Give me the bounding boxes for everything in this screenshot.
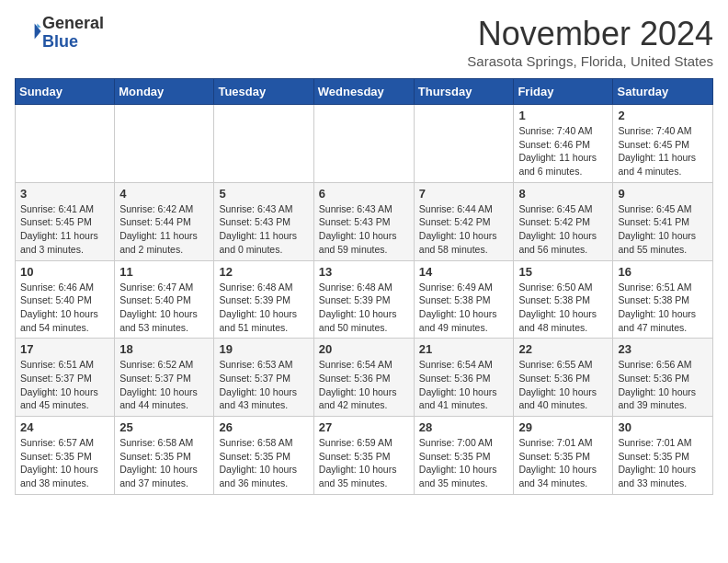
day-number: 17 <box>20 342 109 356</box>
day-info: Sunrise: 6:43 AM Sunset: 5:43 PM Dayligh… <box>319 202 409 257</box>
day-number: 16 <box>618 265 708 279</box>
weekday-header: Wednesday <box>313 79 414 105</box>
calendar-cell: 29Sunrise: 7:01 AM Sunset: 5:35 PM Dayli… <box>514 417 613 495</box>
day-info: Sunrise: 6:51 AM Sunset: 5:38 PM Dayligh… <box>618 281 708 335</box>
logo-text: General Blue <box>42 15 104 52</box>
calendar-cell: 2Sunrise: 7:40 AM Sunset: 6:45 PM Daylig… <box>613 105 713 183</box>
day-number: 23 <box>618 342 708 356</box>
logo: General Blue <box>15 15 104 52</box>
weekday-header: Tuesday <box>214 79 313 105</box>
calendar-cell: 28Sunrise: 7:00 AM Sunset: 5:35 PM Dayli… <box>414 417 514 495</box>
day-number: 24 <box>20 420 109 434</box>
day-number: 8 <box>518 187 608 201</box>
day-number: 5 <box>219 187 308 201</box>
day-number: 9 <box>618 187 708 201</box>
day-number: 2 <box>618 109 708 122</box>
calendar-header-row: SundayMondayTuesdayWednesdayThursdayFrid… <box>16 79 713 105</box>
day-info: Sunrise: 7:01 AM Sunset: 5:35 PM Dayligh… <box>618 436 708 490</box>
day-info: Sunrise: 6:43 AM Sunset: 5:43 PM Dayligh… <box>219 202 308 257</box>
calendar-cell: 9Sunrise: 6:45 AM Sunset: 5:41 PM Daylig… <box>613 182 713 260</box>
calendar-cell <box>115 105 214 183</box>
calendar-cell: 18Sunrise: 6:52 AM Sunset: 5:37 PM Dayli… <box>115 339 214 417</box>
day-info: Sunrise: 6:51 AM Sunset: 5:37 PM Dayligh… <box>20 358 109 412</box>
day-number: 12 <box>219 265 308 279</box>
day-number: 11 <box>119 265 209 279</box>
day-info: Sunrise: 6:55 AM Sunset: 5:36 PM Dayligh… <box>518 358 608 412</box>
day-info: Sunrise: 6:42 AM Sunset: 5:44 PM Dayligh… <box>119 202 209 257</box>
calendar-cell: 6Sunrise: 6:43 AM Sunset: 5:43 PM Daylig… <box>313 182 414 260</box>
day-info: Sunrise: 7:00 AM Sunset: 5:35 PM Dayligh… <box>419 436 509 490</box>
day-info: Sunrise: 6:54 AM Sunset: 5:36 PM Dayligh… <box>419 358 509 412</box>
calendar-cell: 10Sunrise: 6:46 AM Sunset: 5:40 PM Dayli… <box>16 260 115 339</box>
day-info: Sunrise: 6:58 AM Sunset: 5:35 PM Dayligh… <box>219 436 308 490</box>
calendar-cell: 11Sunrise: 6:47 AM Sunset: 5:40 PM Dayli… <box>115 260 214 339</box>
day-number: 1 <box>518 109 608 122</box>
calendar-table: SundayMondayTuesdayWednesdayThursdayFrid… <box>15 78 713 495</box>
calendar-cell <box>16 105 115 183</box>
day-info: Sunrise: 6:48 AM Sunset: 5:39 PM Dayligh… <box>219 281 308 335</box>
day-number: 3 <box>20 187 109 201</box>
day-info: Sunrise: 7:40 AM Sunset: 6:46 PM Dayligh… <box>518 124 608 178</box>
day-number: 26 <box>219 420 308 434</box>
location-title: Sarasota Springs, Florida, United States <box>467 53 713 69</box>
calendar-week-row: 10Sunrise: 6:46 AM Sunset: 5:40 PM Dayli… <box>16 260 713 339</box>
calendar-week-row: 24Sunrise: 6:57 AM Sunset: 5:35 PM Dayli… <box>16 417 713 495</box>
day-number: 18 <box>119 342 209 356</box>
day-info: Sunrise: 6:56 AM Sunset: 5:36 PM Dayligh… <box>618 358 708 412</box>
calendar-cell: 16Sunrise: 6:51 AM Sunset: 5:38 PM Dayli… <box>613 260 713 339</box>
calendar-cell: 8Sunrise: 6:45 AM Sunset: 5:42 PM Daylig… <box>514 182 613 260</box>
day-info: Sunrise: 6:58 AM Sunset: 5:35 PM Dayligh… <box>119 436 209 490</box>
day-number: 29 <box>518 420 608 434</box>
page-header: General Blue November 2024 Sarasota Spri… <box>15 15 713 69</box>
day-info: Sunrise: 6:52 AM Sunset: 5:37 PM Dayligh… <box>119 358 209 412</box>
calendar-cell: 4Sunrise: 6:42 AM Sunset: 5:44 PM Daylig… <box>115 182 214 260</box>
day-info: Sunrise: 7:40 AM Sunset: 6:45 PM Dayligh… <box>618 124 708 178</box>
day-number: 19 <box>219 342 308 356</box>
day-info: Sunrise: 6:54 AM Sunset: 5:36 PM Dayligh… <box>319 358 409 412</box>
calendar-cell <box>313 105 414 183</box>
calendar-cell: 30Sunrise: 7:01 AM Sunset: 5:35 PM Dayli… <box>613 417 713 495</box>
calendar-cell: 20Sunrise: 6:54 AM Sunset: 5:36 PM Dayli… <box>313 339 414 417</box>
day-info: Sunrise: 6:59 AM Sunset: 5:35 PM Dayligh… <box>319 436 409 490</box>
weekday-header: Friday <box>514 79 613 105</box>
day-number: 28 <box>419 420 509 434</box>
calendar-cell: 3Sunrise: 6:41 AM Sunset: 5:45 PM Daylig… <box>16 182 115 260</box>
calendar-cell: 12Sunrise: 6:48 AM Sunset: 5:39 PM Dayli… <box>214 260 313 339</box>
day-number: 4 <box>119 187 209 201</box>
day-info: Sunrise: 6:45 AM Sunset: 5:42 PM Dayligh… <box>518 202 608 257</box>
day-info: Sunrise: 6:48 AM Sunset: 5:39 PM Dayligh… <box>319 281 409 335</box>
weekday-header: Sunday <box>16 79 115 105</box>
day-number: 30 <box>618 420 708 434</box>
calendar-cell: 13Sunrise: 6:48 AM Sunset: 5:39 PM Dayli… <box>313 260 414 339</box>
weekday-header: Monday <box>115 79 214 105</box>
day-number: 13 <box>319 265 409 279</box>
day-info: Sunrise: 6:47 AM Sunset: 5:40 PM Dayligh… <box>119 281 209 335</box>
calendar-cell: 25Sunrise: 6:58 AM Sunset: 5:35 PM Dayli… <box>115 417 214 495</box>
calendar-cell: 23Sunrise: 6:56 AM Sunset: 5:36 PM Dayli… <box>613 339 713 417</box>
day-info: Sunrise: 6:53 AM Sunset: 5:37 PM Dayligh… <box>219 358 308 412</box>
day-info: Sunrise: 7:01 AM Sunset: 5:35 PM Dayligh… <box>518 436 608 490</box>
day-number: 27 <box>319 420 409 434</box>
day-info: Sunrise: 6:46 AM Sunset: 5:40 PM Dayligh… <box>20 281 109 335</box>
day-number: 15 <box>518 265 608 279</box>
day-number: 20 <box>319 342 409 356</box>
calendar-week-row: 1Sunrise: 7:40 AM Sunset: 6:46 PM Daylig… <box>16 105 713 183</box>
calendar-week-row: 3Sunrise: 6:41 AM Sunset: 5:45 PM Daylig… <box>16 182 713 260</box>
calendar-week-row: 17Sunrise: 6:51 AM Sunset: 5:37 PM Dayli… <box>16 339 713 417</box>
calendar-cell <box>414 105 514 183</box>
calendar-cell <box>214 105 313 183</box>
day-number: 6 <box>319 187 409 201</box>
day-info: Sunrise: 6:50 AM Sunset: 5:38 PM Dayligh… <box>518 281 608 335</box>
day-info: Sunrise: 6:57 AM Sunset: 5:35 PM Dayligh… <box>20 436 109 490</box>
calendar-cell: 15Sunrise: 6:50 AM Sunset: 5:38 PM Dayli… <box>514 260 613 339</box>
month-title: November 2024 <box>467 15 713 53</box>
calendar-cell: 1Sunrise: 7:40 AM Sunset: 6:46 PM Daylig… <box>514 105 613 183</box>
calendar-cell: 7Sunrise: 6:44 AM Sunset: 5:42 PM Daylig… <box>414 182 514 260</box>
weekday-header: Saturday <box>613 79 713 105</box>
svg-marker-1 <box>37 23 40 27</box>
calendar-cell: 26Sunrise: 6:58 AM Sunset: 5:35 PM Dayli… <box>214 417 313 495</box>
day-number: 7 <box>419 187 509 201</box>
day-number: 22 <box>518 342 608 356</box>
calendar-cell: 24Sunrise: 6:57 AM Sunset: 5:35 PM Dayli… <box>16 417 115 495</box>
day-number: 10 <box>20 265 109 279</box>
